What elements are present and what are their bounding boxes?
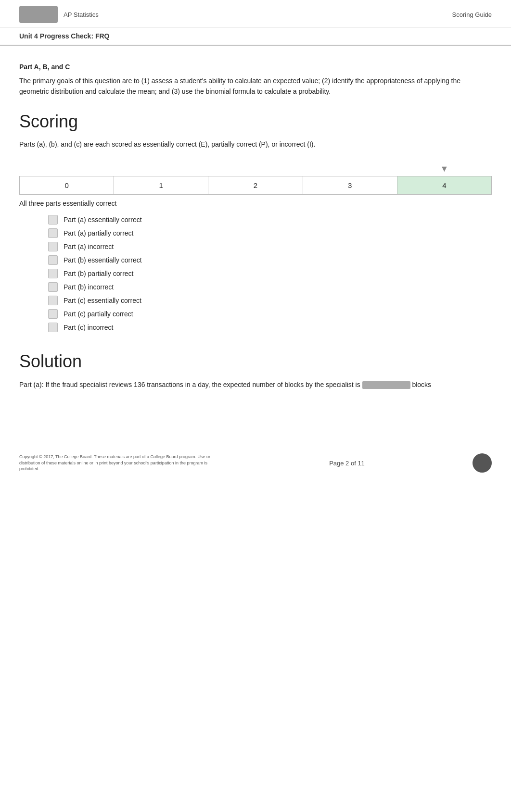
score-table: ▼ 0 1 2 3 4 bbox=[19, 159, 492, 195]
description-text: The primary goals of this question are t… bbox=[19, 75, 492, 97]
arrow-cell-1 bbox=[114, 159, 208, 176]
solution-part-a-text: Part (a): If the fraud specialist review… bbox=[19, 381, 360, 388]
solution-section: Solution Part (a): If the fraud speciali… bbox=[19, 351, 492, 390]
checklist-label-2: Part (a) incorrect bbox=[64, 243, 114, 250]
part-label: Part A, B, and C bbox=[19, 63, 492, 71]
scoring-title: Scoring bbox=[19, 112, 492, 132]
checkbox-part-c-ec[interactable] bbox=[48, 296, 58, 305]
header-left: AP Statistics bbox=[19, 6, 99, 23]
score-cell-0: 0 bbox=[20, 176, 114, 194]
scoring-intro: Parts (a), (b), and (c) are each scored … bbox=[19, 139, 492, 150]
checkbox-part-a-pc[interactable] bbox=[48, 228, 58, 238]
checklist-label-6: Part (c) essentially correct bbox=[64, 297, 141, 304]
arrow-cell-2 bbox=[208, 159, 303, 176]
copyright-text: Copyright © 2017, The College Board. The… bbox=[19, 454, 221, 472]
checklist-label-3: Part (b) essentially correct bbox=[64, 256, 142, 264]
arrow-cell-3 bbox=[303, 159, 397, 176]
solution-part-a-suffix: blocks bbox=[412, 381, 431, 388]
checklist-label-7: Part (c) partially correct bbox=[64, 310, 133, 318]
solution-part-a: Part (a): If the fraud specialist review… bbox=[19, 379, 492, 390]
page-header: AP Statistics Scoring Guide bbox=[0, 0, 511, 27]
solution-title: Solution bbox=[19, 351, 492, 372]
checkbox-part-a-inc[interactable] bbox=[48, 242, 58, 251]
checkbox-part-c-pc[interactable] bbox=[48, 309, 58, 319]
guide-label: Scoring Guide bbox=[452, 11, 492, 18]
score-table-wrapper: ▼ 0 1 2 3 4 bbox=[19, 159, 492, 195]
checkbox-part-b-inc[interactable] bbox=[48, 282, 58, 292]
checklist-label-8: Part (c) incorrect bbox=[64, 324, 113, 331]
all-three-label: All three parts essentially correct bbox=[19, 200, 492, 207]
subheader: Unit 4 Progress Check: FRQ bbox=[0, 27, 511, 46]
subject-label: AP Statistics bbox=[64, 11, 99, 18]
list-item: Part (b) partially correct bbox=[48, 269, 492, 278]
score-cell-2: 2 bbox=[208, 176, 303, 194]
arrow-cell-0 bbox=[20, 159, 114, 176]
page-footer: Copyright © 2017, The College Board. The… bbox=[0, 448, 511, 478]
checkbox-part-b-ec[interactable] bbox=[48, 255, 58, 265]
checkbox-part-c-inc[interactable] bbox=[48, 323, 58, 332]
score-cell-3: 3 bbox=[303, 176, 397, 194]
list-item: Part (b) essentially correct bbox=[48, 255, 492, 265]
down-arrow-icon: ▼ bbox=[440, 164, 448, 174]
footer-avatar bbox=[473, 453, 492, 473]
score-value-row: 0 1 2 3 4 bbox=[20, 176, 492, 194]
checklist-label-1: Part (a) partially correct bbox=[64, 229, 133, 237]
checkbox-part-b-pc[interactable] bbox=[48, 269, 58, 278]
list-item: Part (b) incorrect bbox=[48, 282, 492, 292]
list-item: Part (a) incorrect bbox=[48, 242, 492, 251]
list-item: Part (a) essentially correct bbox=[48, 215, 492, 225]
list-item: Part (c) essentially correct bbox=[48, 296, 492, 305]
checklist-label-5: Part (b) incorrect bbox=[64, 283, 114, 291]
checklist: Part (a) essentially correct Part (a) pa… bbox=[48, 215, 492, 332]
checkbox-part-a-ec[interactable] bbox=[48, 215, 58, 225]
main-content: Part A, B, and C The primary goals of th… bbox=[0, 46, 511, 409]
page-number: Page 2 of 11 bbox=[329, 460, 365, 467]
score-cell-1: 1 bbox=[114, 176, 208, 194]
list-item: Part (a) partially correct bbox=[48, 228, 492, 238]
checklist-label-0: Part (a) essentially correct bbox=[64, 216, 142, 224]
score-cell-4-highlighted: 4 bbox=[397, 176, 491, 194]
logo bbox=[19, 6, 58, 23]
blurred-value bbox=[362, 381, 410, 389]
subheader-title: Unit 4 Progress Check: FRQ bbox=[19, 32, 110, 40]
checklist-label-4: Part (b) partially correct bbox=[64, 270, 133, 277]
list-item: Part (c) incorrect bbox=[48, 323, 492, 332]
score-arrow-row: ▼ bbox=[20, 159, 492, 176]
arrow-cell-4: ▼ bbox=[397, 159, 491, 176]
list-item: Part (c) partially correct bbox=[48, 309, 492, 319]
